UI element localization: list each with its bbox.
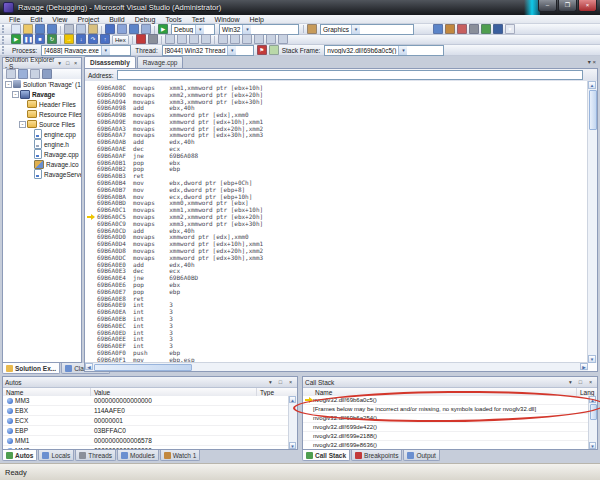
- view-code-icon[interactable]: [30, 69, 40, 79]
- step-into-icon[interactable]: ↓: [76, 34, 86, 44]
- dropdown-chevron-icon[interactable]: ▾: [588, 59, 591, 65]
- menu-edit[interactable]: Edit: [25, 16, 47, 23]
- tab-watch-1[interactable]: Watch 1: [160, 450, 201, 461]
- address-input[interactable]: [117, 70, 583, 80]
- autos-caption[interactable]: Autos ▾ □ ×: [3, 377, 297, 388]
- command-window-icon[interactable]: [493, 24, 503, 34]
- tab-modules[interactable]: Modules: [117, 450, 159, 461]
- redo-icon[interactable]: [117, 24, 127, 34]
- minimize-button[interactable]: –: [538, 0, 557, 12]
- menu-help[interactable]: Help: [245, 16, 269, 23]
- toolbar-grip[interactable]: [2, 46, 8, 54]
- menu-build[interactable]: Build: [104, 16, 130, 23]
- bookmark-toggle-icon[interactable]: [218, 34, 228, 44]
- find-combo[interactable]: Graphics ▾: [320, 24, 414, 35]
- expander-minus-icon[interactable]: -: [5, 81, 12, 88]
- menu-test[interactable]: Test: [187, 16, 210, 23]
- call-stack-frame-0[interactable]: nvoglv32.dll!69b6a0c5(): [303, 396, 589, 405]
- vertical-scrollbar[interactable]: ▲ ▼: [588, 396, 597, 449]
- properties-icon[interactable]: [445, 24, 455, 34]
- tab-output[interactable]: Output: [403, 450, 440, 461]
- autos-row-mm2[interactable]: MM20000000000000000: [3, 446, 289, 449]
- menu-project[interactable]: Project: [72, 16, 104, 23]
- cut-icon[interactable]: [64, 24, 74, 34]
- tab-autos[interactable]: Autos: [2, 450, 37, 461]
- breakpoints-icon[interactable]: [136, 34, 146, 44]
- tree-item-source-files[interactable]: -Source Files: [3, 119, 81, 129]
- copy-icon[interactable]: [76, 24, 86, 34]
- output-window-icon[interactable]: [148, 34, 158, 44]
- window-menu-icon[interactable]: ▾: [566, 378, 575, 386]
- indent-decrease-icon[interactable]: [165, 34, 175, 44]
- chevron-down-icon[interactable]: ▾: [101, 46, 110, 55]
- break-all-icon[interactable]: ❚❚: [23, 34, 33, 44]
- navigate-back-icon[interactable]: [129, 24, 139, 34]
- view-class-diagram-icon[interactable]: [42, 69, 52, 79]
- tab-threads[interactable]: Threads: [75, 450, 116, 461]
- undo-icon[interactable]: [105, 24, 115, 34]
- close-icon[interactable]: ×: [586, 378, 595, 386]
- comment-icon[interactable]: [189, 34, 199, 44]
- bookmark-clear-icon[interactable]: [254, 34, 264, 44]
- start-debugging-icon[interactable]: ▶: [158, 24, 168, 34]
- disassembly-code-area[interactable]: 69B6A08C movaps xmm1,xmmword ptr [ebx+10…: [85, 81, 588, 363]
- menu-window[interactable]: Window: [210, 16, 245, 23]
- toolbar-grip[interactable]: [2, 25, 8, 33]
- window-menu-icon[interactable]: ▾: [56, 59, 63, 67]
- find-in-files-icon[interactable]: [433, 24, 443, 34]
- document-tab-ravage-cpp[interactable]: Ravage.cpp: [137, 56, 184, 68]
- menu-file[interactable]: File: [4, 16, 25, 23]
- expander-minus-icon[interactable]: -: [19, 121, 26, 128]
- call-stack-frame-3[interactable]: nvoglv32.dll!699de422(): [303, 423, 589, 432]
- auto-hide-pin-icon[interactable]: □: [276, 378, 285, 386]
- bookmark-prev-icon[interactable]: [230, 34, 240, 44]
- flag-thread-icon[interactable]: ⚑: [257, 45, 267, 55]
- autos-row-ebp[interactable]: EBP03BFFAC0: [3, 426, 289, 436]
- continue-icon[interactable]: ▶: [11, 34, 21, 44]
- new-project-icon[interactable]: [11, 24, 21, 34]
- hex-display-button[interactable]: Hex: [112, 35, 129, 45]
- solution-explorer-icon[interactable]: [469, 24, 479, 34]
- process-combo[interactable]: [4688] Ravage.exe ▾: [41, 45, 131, 56]
- menu-view[interactable]: View: [47, 16, 72, 23]
- indent-increase-icon[interactable]: [177, 34, 187, 44]
- display-quick-info-icon[interactable]: [278, 34, 288, 44]
- tree-item-engine-h[interactable]: engine.h: [3, 139, 81, 149]
- tree-item-solution-ravage-1-projec[interactable]: -Solution 'Ravage' (1 projec: [3, 79, 81, 89]
- auto-hide-pin-icon[interactable]: □: [64, 59, 71, 67]
- stack-frame-combo[interactable]: nvoglv32.dll!69b6a0c5() ▾: [324, 45, 444, 56]
- close-icon[interactable]: ×: [286, 378, 295, 386]
- tree-item-header-files[interactable]: Header Files: [3, 99, 81, 109]
- autos-row-mm1[interactable]: MM10000000000006578: [3, 436, 289, 446]
- vertical-scrollbar[interactable]: ▲ ▼: [288, 396, 297, 449]
- menu-debug[interactable]: Debug: [130, 16, 161, 23]
- call-stack-frame-4[interactable]: nvoglv32.dll!699e2188(): [303, 432, 589, 441]
- save-icon[interactable]: [35, 24, 45, 34]
- document-tab-disassembly[interactable]: Disassembly: [84, 56, 136, 68]
- solution-explorer-caption[interactable]: Solution Explorer - S... ▾ □ ×: [3, 58, 81, 69]
- navigate-forward-icon[interactable]: [141, 24, 151, 34]
- stop-debugging-icon[interactable]: ■: [35, 34, 45, 44]
- expander-minus-icon[interactable]: -: [12, 91, 19, 98]
- paste-icon[interactable]: [88, 24, 98, 34]
- tab-breakpoints[interactable]: Breakpoints: [351, 450, 402, 461]
- tree-item-ravage-cpp[interactable]: Ravage.cpp: [3, 149, 81, 159]
- tab-solution-ex[interactable]: Solution Ex...: [2, 363, 60, 374]
- close-icon[interactable]: ×: [592, 59, 596, 65]
- show-all-files-icon[interactable]: [18, 69, 28, 79]
- chevron-down-icon[interactable]: ▾: [242, 25, 251, 34]
- toggle-flagged-icon[interactable]: [269, 45, 279, 55]
- camera-icon[interactable]: [307, 24, 317, 34]
- close-button[interactable]: ×: [578, 0, 597, 12]
- object-browser-icon[interactable]: [481, 24, 491, 34]
- autos-row-mm3[interactable]: MM30000000000000000: [3, 396, 289, 406]
- show-next-statement-icon[interactable]: →: [64, 34, 74, 44]
- solution-configuration-combo[interactable]: Debug ▾: [171, 24, 215, 35]
- maximize-button[interactable]: ❐: [558, 0, 577, 12]
- tree-item-engine-cpp[interactable]: engine.cpp: [3, 129, 81, 139]
- tab-locals[interactable]: Locals: [38, 450, 74, 461]
- menu-tools[interactable]: Tools: [160, 16, 186, 23]
- open-file-icon[interactable]: [23, 24, 33, 34]
- chevron-down-icon[interactable]: ▾: [398, 46, 407, 55]
- restart-icon[interactable]: ↻: [47, 34, 57, 44]
